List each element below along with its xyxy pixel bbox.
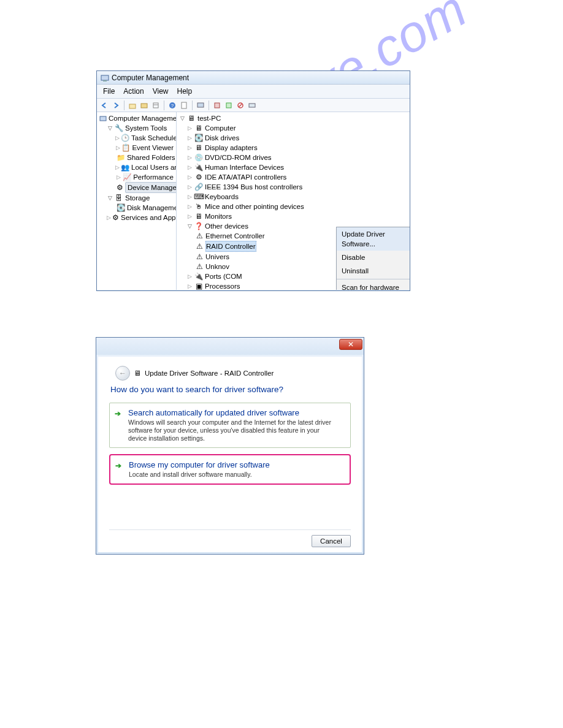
menu-file[interactable]: File xyxy=(99,86,118,97)
menu-bar[interactable]: File Action View Help xyxy=(97,85,410,99)
svg-rect-8 xyxy=(182,102,186,108)
tree-label: Unknov xyxy=(205,262,229,271)
menu-view[interactable]: View xyxy=(149,86,172,97)
device-item[interactable]: ⌨Keyboards xyxy=(178,192,408,202)
expander-icon[interactable] xyxy=(115,174,121,181)
device-item[interactable]: 🔌Human Interface Devices xyxy=(178,162,408,172)
tree-item-local-users[interactable]: 👥Local Users and Gr xyxy=(98,162,175,172)
tree-item-services[interactable]: ⚙Services and Applicat xyxy=(98,213,175,222)
tree-item-event-viewer[interactable]: 📋Event Viewer xyxy=(98,143,175,153)
help-icon[interactable]: ? xyxy=(167,100,177,110)
folder-icon[interactable] xyxy=(139,100,149,110)
option-description: Locate and install driver software manua… xyxy=(129,471,337,479)
expander-icon[interactable] xyxy=(115,145,120,151)
back-button[interactable]: ← xyxy=(115,366,130,381)
tree-label: Services and Applicat xyxy=(121,213,177,222)
tree-item-storage[interactable]: 🗄Storage xyxy=(98,193,175,203)
tree-label: Ethernet Controller xyxy=(205,231,265,241)
update-driver-icon[interactable] xyxy=(224,100,234,110)
expander-icon[interactable] xyxy=(107,125,113,132)
monitor-icon[interactable] xyxy=(196,100,205,110)
cancel-button[interactable]: Cancel xyxy=(312,535,351,547)
expander-icon[interactable] xyxy=(186,273,193,280)
expander-icon[interactable] xyxy=(179,115,186,122)
svg-rect-1 xyxy=(103,80,107,82)
warning-icon: ⚠ xyxy=(195,232,204,240)
expander-icon[interactable] xyxy=(186,125,193,132)
svg-rect-11 xyxy=(226,103,231,108)
properties-icon[interactable] xyxy=(179,100,189,110)
tree-item-performance[interactable]: 📈Performance xyxy=(98,172,175,182)
warning-icon: ⚠ xyxy=(195,252,204,261)
svg-rect-15 xyxy=(100,116,106,121)
expander-icon[interactable] xyxy=(186,174,193,181)
expander-icon[interactable] xyxy=(186,154,193,161)
expander-icon[interactable] xyxy=(186,145,193,151)
scan-hardware-icon[interactable] xyxy=(247,100,257,110)
folder-icon: 📁 xyxy=(117,153,125,162)
tree-root[interactable]: Computer Management xyxy=(98,113,175,123)
warning-icon: ⚠ xyxy=(195,262,204,271)
expander-icon[interactable] xyxy=(115,135,120,142)
expander-icon[interactable] xyxy=(107,195,113,202)
menu-help[interactable]: Help xyxy=(174,86,196,97)
back-icon[interactable] xyxy=(99,100,109,110)
up-icon[interactable] xyxy=(128,100,137,110)
device-item[interactable]: 🖥Monitors xyxy=(178,211,408,221)
computer-icon: 🖥 xyxy=(194,124,203,132)
device-item[interactable]: 🔗IEEE 1394 Bus host controllers xyxy=(178,182,408,192)
firewire-icon: 🔗 xyxy=(194,183,203,191)
context-menu-scan-hardware[interactable]: Scan for hardware changes xyxy=(337,281,410,290)
option-title: Search automatically for updated driver … xyxy=(128,408,344,417)
expander-icon[interactable] xyxy=(186,283,193,290)
tree-item-device-manager[interactable]: ⚙Device Manager xyxy=(98,182,175,193)
expander-icon[interactable] xyxy=(186,203,193,210)
svg-rect-9 xyxy=(197,103,204,107)
option-search-automatically[interactable]: ➔ Search automatically for updated drive… xyxy=(109,403,351,448)
device-item[interactable]: ⚙IDE ATA/ATAPI controllers xyxy=(178,172,408,182)
context-menu-uninstall[interactable]: Uninstall xyxy=(337,264,410,278)
menu-action[interactable]: Action xyxy=(120,86,147,97)
separator-icon xyxy=(124,100,124,110)
tree-item-disk-management[interactable]: 💽Disk Management xyxy=(98,203,175,213)
forward-icon[interactable] xyxy=(111,100,121,110)
close-icon: ✕ xyxy=(348,340,354,349)
tree-item-task-scheduler[interactable]: 🕒Task Scheduler xyxy=(98,133,175,143)
title-bar[interactable]: Computer Management xyxy=(97,71,410,85)
device-item[interactable]: 🖥Display adapters xyxy=(178,143,408,153)
device-item[interactable]: 🖱Mice and other pointing devices xyxy=(178,202,408,211)
device-tree[interactable]: 🖥test-PC 🖥Computer 💽Disk drives 🖥Display… xyxy=(177,112,410,290)
disable-icon[interactable] xyxy=(236,100,245,110)
list-icon[interactable] xyxy=(151,100,161,110)
tree-item-system-tools[interactable]: 🔧System Tools xyxy=(98,123,175,133)
expander-icon[interactable] xyxy=(107,214,111,221)
expander-icon[interactable] xyxy=(186,164,193,171)
option-browse-computer[interactable]: ➔ Browse my computer for driver software… xyxy=(109,454,351,485)
expander-icon[interactable] xyxy=(186,213,193,220)
device-item[interactable]: 💿DVD/CD-ROM drives xyxy=(178,153,408,162)
expander-icon[interactable] xyxy=(186,184,193,191)
expander-icon[interactable] xyxy=(186,223,193,230)
tree-item-shared-folders[interactable]: 📁Shared Folders xyxy=(98,153,175,162)
svg-rect-0 xyxy=(101,75,109,80)
device-item[interactable]: 🖥Computer xyxy=(178,123,408,133)
option-description: Windows will search your computer and th… xyxy=(128,419,337,442)
close-button[interactable]: ✕ xyxy=(339,339,362,350)
title-text: Computer Management xyxy=(112,74,189,82)
tree-label: Keyboards xyxy=(205,192,239,202)
tree-label: Other devices xyxy=(205,221,248,231)
expander-icon[interactable] xyxy=(115,164,120,171)
event-icon: 📋 xyxy=(121,143,130,152)
left-tree[interactable]: Computer Management 🔧System Tools 🕒Task … xyxy=(97,112,177,290)
expander-icon[interactable] xyxy=(186,194,193,200)
uninstall-icon[interactable] xyxy=(212,100,222,110)
back-arrow-icon: ← xyxy=(119,369,126,377)
tools-icon: 🔧 xyxy=(115,124,123,132)
computer-management-window: Computer Management File Action View Hel… xyxy=(96,70,410,291)
expander-icon[interactable] xyxy=(186,135,193,142)
context-menu-update-driver[interactable]: Update Driver Software... xyxy=(337,227,410,251)
context-menu-disable[interactable]: Disable xyxy=(337,251,410,264)
device-root[interactable]: 🖥test-PC xyxy=(178,113,408,123)
tree-label: test-PC xyxy=(197,113,221,123)
device-item[interactable]: 💽Disk drives xyxy=(178,133,408,143)
